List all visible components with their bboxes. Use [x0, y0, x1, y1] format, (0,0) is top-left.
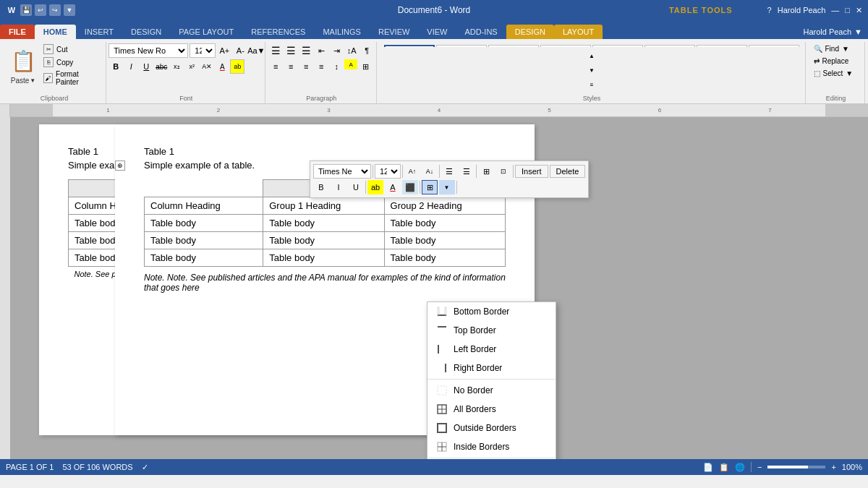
- style-heading5[interactable]: AaBbCcDc Heading 5: [697, 45, 747, 47]
- format-painter-button[interactable]: 🖌 Format Painter: [42, 69, 101, 87]
- strikethrough-button[interactable]: abc: [154, 59, 169, 74]
- ft-underline-btn[interactable]: U: [348, 180, 364, 194]
- multilevel-btn[interactable]: ☰: [299, 43, 313, 58]
- style-heading1[interactable]: AaBbCc Heading 1: [488, 45, 539, 47]
- italic-button[interactable]: I: [124, 59, 138, 74]
- tab-insert[interactable]: INSERT: [76, 25, 122, 39]
- change-case-btn[interactable]: Aa▼: [249, 43, 263, 58]
- cm-no-border[interactable]: No Border: [427, 381, 556, 400]
- minimize-btn[interactable]: —: [831, 6, 839, 14]
- redo-icon[interactable]: ↪: [49, 4, 61, 16]
- tab-mailings[interactable]: MAILINGS: [314, 25, 370, 39]
- tab-view[interactable]: VIEW: [418, 25, 456, 39]
- zoom-bar[interactable]: [767, 466, 825, 468]
- style-heading6[interactable]: AaBbCcDc Heading 6: [749, 45, 799, 47]
- zoom-out-btn[interactable]: −: [757, 463, 762, 471]
- doc-scroll[interactable]: Table 1 Simple example of a tab... ...ng…: [10, 117, 868, 459]
- paste-button[interactable]: 📋 Paste▼: [7, 43, 39, 86]
- ft-size-select[interactable]: 12: [375, 164, 401, 179]
- decrease-indent-btn[interactable]: ⇤: [314, 43, 328, 58]
- ft-delete-button[interactable]: Delete: [550, 165, 586, 178]
- ft-borders-dropdown[interactable]: ▼: [439, 180, 455, 194]
- cm-outside-borders[interactable]: Outside Borders: [427, 419, 556, 437]
- view-read-btn[interactable]: 📄: [703, 463, 713, 472]
- ft-font-color-btn[interactable]: A: [385, 180, 401, 194]
- tab-review[interactable]: REVIEW: [370, 25, 418, 39]
- save-icon[interactable]: 💾: [20, 4, 32, 16]
- decrease-font-btn[interactable]: A-: [233, 43, 247, 58]
- superscript-button[interactable]: x²: [184, 59, 199, 74]
- cm-left-border[interactable]: Left Border: [427, 340, 556, 359]
- copy-button[interactable]: ⎘ Copy: [42, 56, 101, 68]
- tab-design[interactable]: DESIGN: [122, 25, 170, 39]
- style-normal[interactable]: AaBbCcI Normal: [384, 45, 435, 47]
- maximize-btn[interactable]: □: [845, 6, 850, 14]
- view-print-btn[interactable]: 📋: [719, 463, 729, 472]
- ft-table-grid[interactable]: ⊞: [478, 164, 494, 179]
- increase-font-btn[interactable]: A+: [217, 43, 231, 58]
- find-button[interactable]: 🔍 Find▼: [811, 43, 861, 54]
- borders-btn[interactable]: ⊞: [358, 59, 373, 74]
- ft-table-props[interactable]: ⊡: [495, 164, 511, 179]
- ft-bold-btn[interactable]: B: [313, 180, 329, 194]
- numbering-btn[interactable]: ☰: [284, 43, 298, 58]
- styles-expand[interactable]: ≡: [584, 77, 599, 92]
- undo-icon[interactable]: ↩: [35, 4, 46, 16]
- tab-references[interactable]: REFERENCES: [242, 25, 314, 39]
- ft-highlight-btn[interactable]: ab: [367, 180, 383, 194]
- style-no-spacing[interactable]: AaBbCcI No Spac...: [436, 45, 487, 47]
- cm-bottom-border[interactable]: Bottom Border: [427, 302, 556, 321]
- style-heading4[interactable]: AaBbCcDc Heading 4: [644, 45, 695, 47]
- ft-italic-btn[interactable]: I: [331, 180, 346, 194]
- font-family-select[interactable]: Times New Ro: [109, 43, 188, 58]
- ft-insert-button[interactable]: Insert: [515, 165, 548, 178]
- justify-btn[interactable]: ≡: [314, 59, 328, 74]
- replace-button[interactable]: ⇄ Replace: [811, 56, 861, 67]
- paste-label: Paste▼: [11, 77, 36, 85]
- cut-button[interactable]: ✂ Cut: [42, 43, 101, 55]
- tab-page-layout[interactable]: PAGE LAYOUT: [170, 25, 242, 39]
- align-left-btn[interactable]: ≡: [268, 59, 283, 74]
- pin-icon[interactable]: ▼: [64, 4, 75, 16]
- align-right-btn[interactable]: ≡: [299, 59, 313, 74]
- styles-scroll-down[interactable]: ▼: [584, 63, 599, 77]
- ft-borders-btn[interactable]: ⊞: [422, 180, 438, 194]
- subscript-button[interactable]: x₂: [169, 59, 184, 74]
- clear-format-btn[interactable]: A✕: [200, 59, 214, 74]
- font-color-btn[interactable]: A: [215, 59, 229, 74]
- align-center-btn[interactable]: ≡: [284, 59, 298, 74]
- font-size-select[interactable]: 12: [190, 43, 216, 58]
- help-btn[interactable]: ?: [767, 6, 772, 14]
- underline-button[interactable]: U: [139, 59, 153, 74]
- cm-right-border[interactable]: Right Border: [427, 359, 556, 377]
- ft-font-select[interactable]: Times Ne: [313, 164, 371, 179]
- ft-bullets-btn[interactable]: ☰: [441, 164, 457, 179]
- shading-btn[interactable]: A: [344, 59, 357, 69]
- tab-file[interactable]: FILE: [0, 25, 35, 39]
- tab-table-design[interactable]: DESIGN: [506, 25, 554, 39]
- ft-shading-btn[interactable]: ⬛: [402, 180, 418, 194]
- sort-btn[interactable]: ↕A: [344, 43, 359, 58]
- cm-top-border[interactable]: Top Border: [427, 321, 556, 340]
- styles-scroll-up[interactable]: ▲: [584, 48, 599, 63]
- ft-font-shrink[interactable]: A↓: [422, 164, 438, 179]
- tab-home[interactable]: HOME: [35, 25, 76, 39]
- ft-indent-btn[interactable]: ☰: [459, 164, 475, 179]
- cm-all-borders[interactable]: All Borders: [427, 400, 556, 419]
- show-para-btn[interactable]: ¶: [359, 43, 374, 58]
- tab-add-ins[interactable]: ADD-INS: [456, 25, 506, 39]
- line-spacing-btn[interactable]: ↕: [329, 59, 344, 74]
- tab-table-layout[interactable]: LAYOUT: [554, 25, 603, 39]
- cm-inside-borders[interactable]: Inside Borders: [427, 437, 556, 456]
- bold-button[interactable]: B: [109, 59, 123, 74]
- select-button[interactable]: ⬚ Select▼: [811, 68, 861, 79]
- close-btn[interactable]: ✕: [856, 6, 862, 15]
- zoom-in-btn[interactable]: +: [831, 463, 835, 471]
- highlight-btn[interactable]: ab: [230, 59, 244, 74]
- proofing-icon[interactable]: ✓: [142, 463, 148, 472]
- bullets-btn[interactable]: ☰: [268, 43, 283, 58]
- table-move-handle[interactable]: ⊕: [115, 160, 125, 171]
- increase-indent-btn[interactable]: ⇥: [329, 43, 344, 58]
- view-web-btn[interactable]: 🌐: [735, 463, 745, 472]
- ft-font-grow[interactable]: A↑: [404, 164, 420, 179]
